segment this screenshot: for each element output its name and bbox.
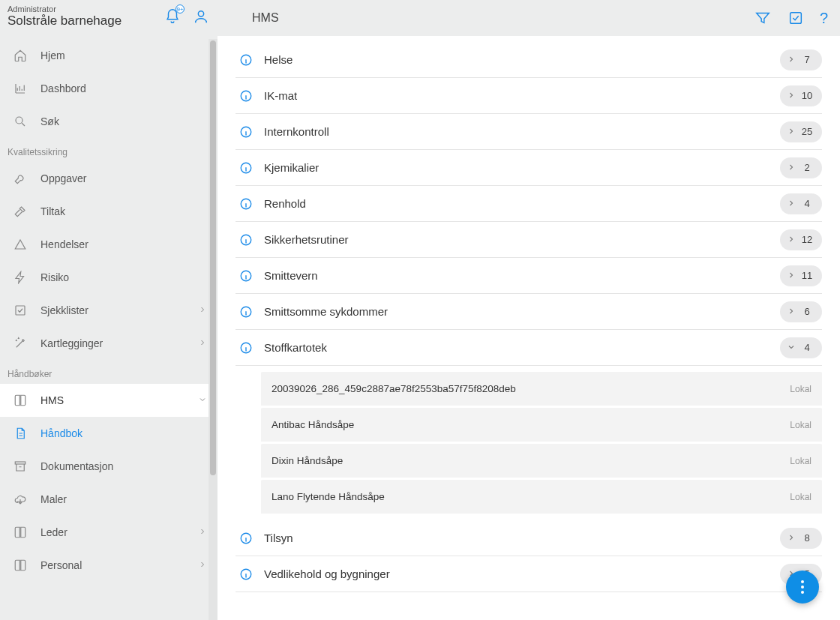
- doc-icon: [10, 426, 30, 441]
- sub-item[interactable]: 20039026_286_459c2887ae78f2553ba57f75f82…: [261, 372, 822, 408]
- category-row-helse[interactable]: Helse7: [236, 42, 822, 78]
- svg-rect-4: [790, 13, 802, 24]
- category-badge[interactable]: 8: [780, 528, 822, 549]
- nav-item-hms[interactable]: HMS: [0, 384, 218, 417]
- profile-button[interactable]: [192, 7, 210, 25]
- nav-item-kartlegginger[interactable]: Kartlegginger: [0, 327, 218, 360]
- content-area: Helse7IK-mat10Internkontroll25Kjemikalie…: [218, 36, 840, 620]
- category-badge[interactable]: 6: [780, 301, 822, 322]
- category-badge[interactable]: 2: [780, 157, 822, 178]
- category-count: 4: [802, 342, 812, 353]
- nav-item-hendelser[interactable]: Hendelser: [0, 228, 218, 261]
- category-badge[interactable]: 4: [780, 337, 822, 358]
- sub-item-label: 20039026_286_459c2887ae78f2553ba57f75f82…: [272, 383, 790, 394]
- category-label: Renhold: [264, 197, 780, 210]
- chevron-right-icon: [198, 526, 207, 538]
- info-icon[interactable]: [236, 341, 256, 355]
- svg-rect-2: [16, 306, 25, 315]
- user-role: Administrator: [8, 4, 164, 13]
- nav-label: Leder: [40, 526, 198, 538]
- chevron-right-icon: [787, 54, 796, 66]
- category-count: 2: [802, 162, 812, 173]
- info-icon[interactable]: [236, 568, 256, 581]
- sub-item-badge: Lokal: [790, 492, 812, 502]
- sub-item[interactable]: Lano Flytende HåndsåpeLokal: [261, 480, 822, 516]
- chart-icon: [10, 81, 30, 96]
- info-icon[interactable]: [236, 197, 256, 211]
- nav-label: Risiko: [40, 271, 207, 283]
- svg-point-0: [198, 11, 203, 16]
- info-icon[interactable]: [236, 532, 256, 545]
- nav-item-risiko[interactable]: Risiko: [0, 261, 218, 294]
- filter-button[interactable]: [754, 9, 772, 27]
- category-label: Vedlikehold og bygninger: [264, 568, 780, 580]
- nav-item-dokumentasjon[interactable]: Dokumentasjon: [0, 450, 218, 483]
- category-count: 8: [802, 532, 812, 544]
- checklist-button[interactable]: [787, 9, 805, 27]
- category-badge[interactable]: 11: [780, 265, 822, 286]
- category-row-renhold[interactable]: Renhold4: [236, 186, 822, 222]
- nav-item-oppgaver[interactable]: Oppgaver: [0, 162, 218, 195]
- sidebar-scroll: HjemDashbordSøkKvalitetssikringOppgaverT…: [0, 39, 218, 620]
- category-row-sikkerhetsrutiner[interactable]: Sikkerhetsrutiner12: [236, 222, 822, 258]
- svg-point-1: [16, 117, 22, 124]
- help-button[interactable]: ?: [820, 10, 828, 27]
- info-icon[interactable]: [236, 305, 256, 319]
- info-icon[interactable]: [236, 89, 256, 103]
- topbar: HMS ?: [218, 0, 840, 36]
- nav-item-personal[interactable]: Personal: [0, 549, 218, 582]
- category-badge[interactable]: 7: [780, 49, 822, 70]
- info-icon[interactable]: [236, 53, 256, 67]
- category-row-ik-mat[interactable]: IK-mat10: [236, 78, 822, 114]
- info-icon[interactable]: [236, 125, 256, 139]
- nav-item-sjekklister[interactable]: Sjekklister: [0, 294, 218, 327]
- info-icon[interactable]: [236, 233, 256, 247]
- chevron-right-icon: [198, 337, 207, 349]
- hammer-icon: [10, 204, 30, 219]
- category-count: 12: [802, 234, 812, 245]
- sub-item-badge: Lokal: [790, 456, 812, 466]
- sidebar-scrollbar-thumb[interactable]: [210, 40, 216, 475]
- nav-label: Håndbok: [40, 427, 207, 439]
- chevron-down-icon: [787, 342, 796, 354]
- category-row-vedlikehold-og-bygninger[interactable]: Vedlikehold og bygninger5: [236, 556, 822, 592]
- category-row-smittevern[interactable]: Smittevern11: [236, 258, 822, 294]
- chevron-right-icon: [787, 126, 796, 138]
- category-row-internkontroll[interactable]: Internkontroll25: [236, 114, 822, 150]
- sub-item[interactable]: Antibac HåndsåpeLokal: [261, 408, 822, 444]
- fab-more-button[interactable]: [786, 571, 819, 604]
- category-badge[interactable]: 10: [780, 85, 822, 106]
- category-count: 25: [802, 126, 812, 137]
- nav-item-leder[interactable]: Leder: [0, 516, 218, 549]
- sidebar-scrollbar-track[interactable]: [208, 39, 218, 620]
- nav-item-tiltak[interactable]: Tiltak: [0, 195, 218, 228]
- category-row-stoffkartotek[interactable]: Stoffkartotek4: [236, 330, 822, 366]
- triangle-icon: [10, 237, 30, 252]
- search-icon: [10, 114, 30, 129]
- category-label: Sikkerhetsrutiner: [264, 233, 780, 246]
- category-badge[interactable]: 12: [780, 229, 822, 250]
- category-label: Smittsomme sykdommer: [264, 305, 780, 318]
- info-icon[interactable]: [236, 269, 256, 283]
- nav-item-maler[interactable]: Maler: [0, 483, 218, 516]
- info-icon[interactable]: [236, 161, 256, 175]
- chevron-right-icon: [787, 270, 796, 282]
- category-badge[interactable]: 25: [780, 121, 822, 142]
- category-badge[interactable]: 4: [780, 193, 822, 214]
- category-row-tilsyn[interactable]: Tilsyn8: [236, 520, 822, 556]
- nav-item-dashbord[interactable]: Dashbord: [0, 72, 218, 105]
- category-label: Smittevern: [264, 269, 780, 282]
- nav-item-hjem[interactable]: Hjem: [0, 39, 218, 72]
- nav-item-søk[interactable]: Søk: [0, 105, 218, 138]
- sub-item[interactable]: Dixin HåndsåpeLokal: [261, 444, 822, 480]
- category-row-kjemikalier[interactable]: Kjemikalier2: [236, 150, 822, 186]
- notifications-button[interactable]: 9+: [164, 7, 182, 25]
- category-count: 7: [802, 54, 812, 65]
- nav-label: Tiltak: [40, 205, 207, 217]
- book-icon: [10, 393, 30, 408]
- svg-point-16: [801, 580, 804, 583]
- nav-label: HMS: [40, 394, 198, 406]
- category-row-smittsomme-sykdommer[interactable]: Smittsomme sykdommer6: [236, 294, 822, 330]
- sidebar: Administrator Solstråle barnehage 9+ Hje…: [0, 0, 218, 620]
- nav-item-håndbok[interactable]: Håndbok: [0, 417, 218, 450]
